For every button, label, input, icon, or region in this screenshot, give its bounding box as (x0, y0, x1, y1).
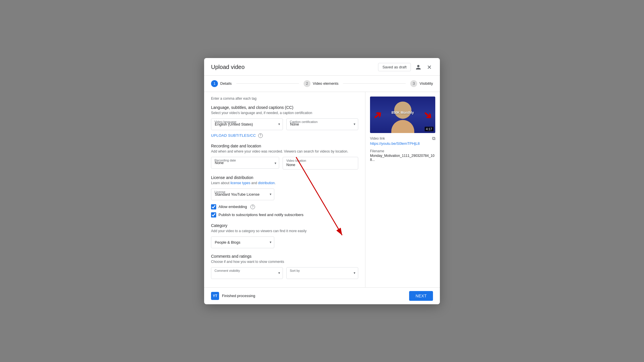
comments-section-desc: Choose if and how you want to show comme… (211, 260, 358, 264)
publish-subscriptions-checkbox[interactable] (211, 212, 216, 217)
next-button[interactable]: NEXT (409, 291, 433, 301)
sort-by-select[interactable] (286, 267, 358, 279)
upload-subtitles-row: UPLOAD SUBTITLES/CC ? (211, 133, 358, 138)
form-area: Enter a comma after each tag Language, s… (204, 92, 365, 287)
video-language-select[interactable]: English (United States) (211, 118, 283, 130)
step-1-circle: 1 (211, 80, 218, 87)
header-right: Saved as draft ✕ (378, 63, 433, 72)
account-icon (415, 64, 421, 70)
close-button[interactable]: ✕ (426, 63, 433, 72)
step-line-1 (236, 83, 299, 84)
video-link-section: Video link https://youtu.be/S0lemTPHjL8 … (370, 136, 435, 146)
footer-left: YT Finished processing (211, 292, 255, 300)
allow-embedding-row: Allow embedding ? (211, 204, 358, 209)
video-link-label: Video link (370, 136, 420, 140)
comment-visibility-wrapper[interactable]: Comment visibility ▾ (211, 267, 283, 279)
copy-icon[interactable]: ⧉ (432, 136, 435, 141)
comment-visibility-select[interactable] (211, 267, 283, 279)
modal-footer: YT Finished processing NEXT (204, 287, 440, 304)
modal-body: Enter a comma after each tag Language, s… (204, 92, 440, 287)
modal-header: Upload video Saved as draft ✕ (204, 58, 440, 76)
sort-by-wrapper[interactable]: Sort by ▾ (286, 267, 358, 279)
language-section-title: Language, subtitles, and closed captions… (211, 105, 358, 110)
tag-hint: Enter a comma after each tag (211, 97, 358, 101)
processing-text: Finished processing (222, 294, 255, 298)
license-section-desc: Learn about license types and distributi… (211, 181, 358, 185)
video-location-input[interactable] (286, 163, 354, 167)
recording-date-wrapper[interactable]: Recording date None ▾ (211, 157, 279, 170)
video-location-label: Video location (286, 159, 354, 162)
thumbnail-duration: 4:17 (425, 127, 434, 131)
account-icon-button[interactable] (414, 63, 422, 71)
video-link-url[interactable]: https://youtu.be/S0lemTPHjL8 (370, 141, 420, 146)
video-link-info: Video link https://youtu.be/S0lemTPHjL8 (370, 136, 420, 146)
step-3-label: Visibility (419, 81, 433, 86)
publish-subscriptions-row: Publish to subscriptions feed and notify… (211, 212, 358, 217)
allow-embedding-checkbox[interactable] (211, 204, 216, 209)
step-1-label: Details (220, 81, 232, 86)
saved-draft-button[interactable]: Saved as draft (378, 63, 411, 71)
filename-section: Filename Monday_Motivation_1111_29032078… (370, 149, 435, 162)
license-section: License and distribution Learn about lic… (211, 175, 358, 217)
step-1: 1 Details (211, 80, 232, 87)
caption-cert-select[interactable]: None (286, 118, 358, 130)
step-line-2 (343, 83, 406, 84)
publish-subscriptions-label: Publish to subscriptions feed and notify… (218, 213, 304, 217)
step-2-circle: 2 (304, 80, 310, 87)
license-types-link[interactable]: license types (230, 181, 250, 185)
filename-value: Monday_Motivation_1111_290320784_108... (370, 154, 435, 162)
category-section: Category Add your video to a category so… (211, 223, 358, 248)
comments-section: Comments and ratings Choose if and how y… (211, 254, 358, 279)
upload-subtitles-link[interactable]: UPLOAD SUBTITLES/CC (211, 133, 256, 138)
allow-embedding-help-icon[interactable]: ? (250, 205, 255, 209)
filename-label: Filename (370, 149, 435, 153)
comments-inputs-row: Comment visibility ▾ Sort by ▾ (211, 267, 358, 279)
caption-cert-wrapper[interactable]: Caption certification None ▾ (286, 118, 358, 130)
license-desc-middle: and (250, 181, 258, 185)
category-section-desc: Add your video to a category so viewers … (211, 229, 358, 233)
upload-video-modal: Upload video Saved as draft ✕ 1 Details … (204, 58, 440, 304)
license-wrapper[interactable]: License Standard YouTube License ▾ (211, 188, 274, 200)
step-3: 3 Visibility (410, 80, 433, 87)
license-desc-prefix: Learn about (211, 181, 230, 185)
recording-section: Recording date and location Add when and… (211, 144, 358, 170)
category-select[interactable]: People & Blogs (211, 236, 274, 248)
step-2-label: Video elements (313, 81, 338, 86)
distribution-link[interactable]: distribution (258, 181, 275, 185)
license-select[interactable]: Standard YouTube License (211, 188, 274, 200)
allow-embedding-label: Allow embedding (218, 205, 247, 209)
category-section-title: Category (211, 223, 358, 228)
language-section-desc: Select your video's language and, if nee… (211, 111, 358, 115)
upload-subtitles-help-icon[interactable]: ? (258, 133, 263, 138)
modal-title: Upload video (211, 64, 245, 70)
recording-date-select[interactable]: None (211, 157, 279, 169)
comments-section-title: Comments and ratings (211, 254, 358, 259)
video-language-wrapper[interactable]: Video language English (United States) ▾ (211, 118, 283, 130)
recording-inputs-row: Recording date None ▾ Video location (211, 157, 358, 170)
close-icon: ✕ (427, 64, 432, 71)
video-thumbnail: EARN A FULL-TIME INCOME ➔ ➔ 850K Monthly… (370, 97, 435, 133)
recording-section-desc: Add when and where your video was record… (211, 149, 358, 153)
thumbnail-center-text: 850K Monthly (391, 111, 414, 115)
category-wrapper[interactable]: People & Blogs ▾ (211, 236, 274, 248)
stepper: 1 Details 2 Video elements 3 Visibility (204, 76, 440, 92)
license-desc-suffix: . (275, 181, 276, 185)
step-3-circle: 3 (410, 80, 417, 87)
language-inputs-row: Video language English (United States) ▾… (211, 118, 358, 130)
sidebar: EARN A FULL-TIME INCOME ➔ ➔ 850K Monthly… (365, 92, 440, 287)
processing-icon: YT (211, 292, 219, 300)
license-section-title: License and distribution (211, 175, 358, 180)
video-location-wrapper: Video location (283, 157, 358, 170)
language-section: Language, subtitles, and closed captions… (211, 105, 358, 138)
recording-section-title: Recording date and location (211, 144, 358, 148)
step-2: 2 Video elements (304, 80, 338, 87)
